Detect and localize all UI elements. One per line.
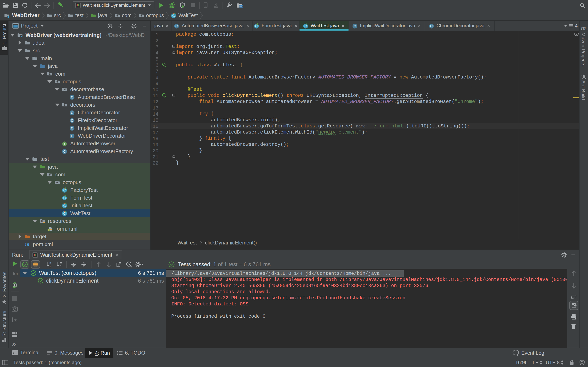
svg-text:z: z [49,264,51,268]
svg-text:C: C [63,204,66,208]
svg-text:C: C [172,14,175,18]
svg-text:C: C [71,95,73,99]
svg-text:H: H [48,229,49,231]
svg-text:C: C [71,119,73,123]
svg-text:a: a [49,261,51,264]
svg-text:9: 9 [16,272,18,276]
svg-text:C: C [304,24,307,28]
svg-text:C: C [354,24,356,28]
svg-text:C: C [63,188,66,192]
svg-text:C: C [63,150,66,154]
svg-text:I: I [63,142,65,146]
svg-text:C: C [71,111,73,115]
svg-text:C: C [175,24,178,28]
svg-text:C: C [71,126,73,130]
svg-text:C: C [430,24,433,28]
svg-text:C: C [63,212,66,216]
svg-text:C: C [63,196,66,200]
svg-text:C: C [255,24,258,28]
svg-text:C: C [71,134,73,138]
